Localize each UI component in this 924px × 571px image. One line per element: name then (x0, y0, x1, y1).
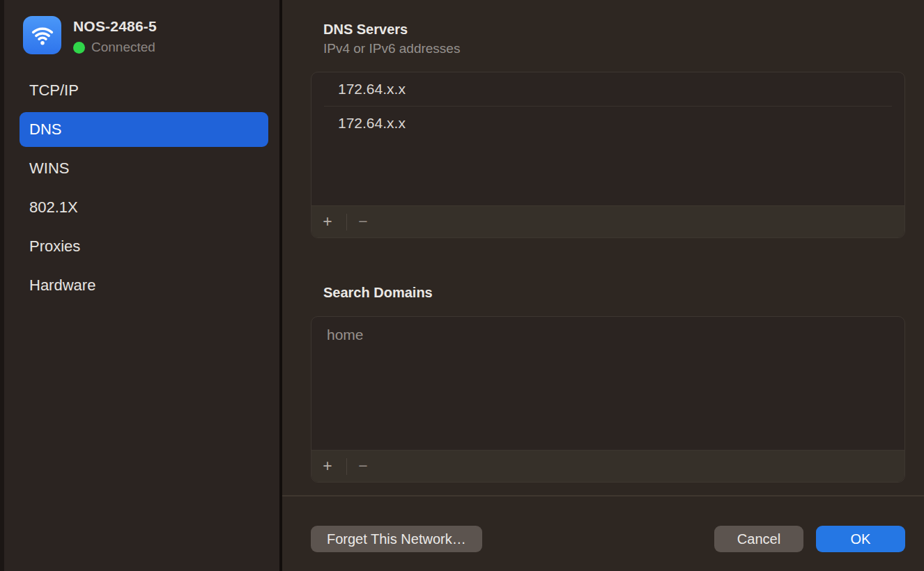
ok-button[interactable]: OK (816, 526, 905, 552)
sidebar: NOS-2486-5 Connected TCP/IP DNS WINS 802… (4, 0, 279, 571)
sidebar-item-8021x[interactable]: 802.1X (20, 190, 268, 225)
connected-status-dot (73, 42, 85, 54)
dns-servers-list: 172.64.x.x 172.64.x.x (311, 72, 904, 205)
add-search-domain-button[interactable]: + (318, 458, 337, 474)
wifi-icon (23, 16, 61, 54)
search-domains-title: Search Domains (323, 284, 905, 301)
dialog-buttons: Cancel OK (714, 526, 905, 552)
action-button-row: Forget This Network… Cancel OK (311, 526, 905, 552)
sidebar-item-hardware[interactable]: Hardware (20, 268, 268, 303)
remove-search-domain-button[interactable]: − (354, 458, 372, 474)
search-domain-row[interactable]: home (311, 317, 904, 343)
toolbar-divider (346, 214, 347, 230)
search-domains-list: home (311, 317, 904, 450)
dns-server-row[interactable]: 172.64.x.x (311, 72, 904, 106)
sidebar-item-wins[interactable]: WINS (20, 151, 268, 186)
dns-servers-toolbar: + − (311, 205, 904, 237)
network-header-text: NOS-2486-5 Connected (73, 16, 157, 55)
search-domains-list-box: home + − (311, 316, 905, 483)
dns-servers-subtitle: IPv4 or IPv6 addresses (323, 41, 905, 56)
network-header: NOS-2486-5 Connected (4, 16, 279, 55)
dns-servers-list-box: 172.64.x.x 172.64.x.x + − (311, 72, 905, 238)
network-details-window: NOS-2486-5 Connected TCP/IP DNS WINS 802… (0, 0, 924, 571)
remove-dns-server-button[interactable]: − (354, 214, 372, 230)
sidebar-item-proxies[interactable]: Proxies (20, 229, 268, 264)
sidebar-item-dns[interactable]: DNS (20, 112, 268, 147)
dns-settings-panel: DNS Servers IPv4 or IPv6 addresses 172.6… (282, 0, 924, 571)
dns-server-row[interactable]: 172.64.x.x (311, 107, 904, 140)
search-domains-header: Search Domains (323, 284, 905, 301)
add-dns-server-button[interactable]: + (318, 214, 337, 230)
footer-divider (282, 495, 924, 496)
network-name: NOS-2486-5 (73, 18, 157, 35)
sidebar-item-tcpip[interactable]: TCP/IP (20, 73, 268, 108)
forget-network-button[interactable]: Forget This Network… (311, 526, 482, 552)
connected-status-label: Connected (91, 40, 155, 55)
network-status: Connected (73, 40, 157, 55)
sidebar-nav: TCP/IP DNS WINS 802.1X Proxies Hardware (4, 73, 279, 303)
cancel-button[interactable]: Cancel (714, 526, 803, 552)
search-domains-toolbar: + − (311, 450, 904, 482)
dns-servers-title: DNS Servers (323, 21, 905, 38)
dns-servers-header: DNS Servers IPv4 or IPv6 addresses (323, 0, 905, 56)
toolbar-divider (346, 458, 347, 475)
